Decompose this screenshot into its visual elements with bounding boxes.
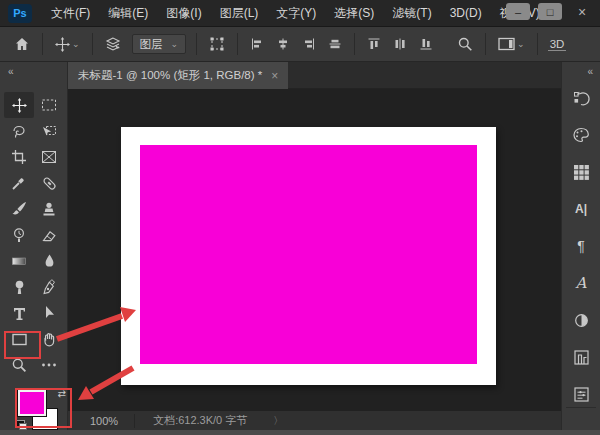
chevron-down-icon: ⌄ bbox=[517, 39, 525, 49]
align-left-icon[interactable] bbox=[244, 27, 270, 61]
eyedropper-tool[interactable] bbox=[4, 170, 34, 196]
expand-panels-icon[interactable]: « bbox=[562, 62, 600, 79]
align-right-icon[interactable] bbox=[296, 27, 322, 61]
home-icon[interactable] bbox=[8, 27, 36, 61]
menu-edit[interactable]: 编辑(E) bbox=[99, 0, 157, 27]
window-bottom-edge bbox=[0, 430, 600, 435]
path-selection-tool[interactable] bbox=[34, 300, 64, 326]
distribute-top-icon[interactable] bbox=[361, 27, 387, 61]
marquee-tool[interactable] bbox=[34, 92, 64, 118]
close-tab-icon[interactable]: × bbox=[271, 69, 278, 83]
spot-healing-tool[interactable] bbox=[34, 170, 64, 196]
character-panel-icon[interactable]: A| bbox=[570, 198, 592, 220]
annotation-box-foreground-color bbox=[15, 388, 72, 428]
zoom-level-field[interactable]: 100% bbox=[68, 415, 128, 427]
toolbar-panel: « bbox=[0, 62, 68, 430]
history-brush-tool[interactable] bbox=[4, 222, 34, 248]
clone-stamp-tool[interactable] bbox=[34, 196, 64, 222]
menu-filter[interactable]: 滤镜(T) bbox=[383, 0, 440, 27]
lasso-tool[interactable] bbox=[4, 118, 34, 144]
crop-tool[interactable] bbox=[4, 144, 34, 170]
menu-select[interactable]: 选择(S) bbox=[325, 0, 383, 27]
eraser-tool[interactable] bbox=[34, 222, 64, 248]
distribute-bottom-icon[interactable] bbox=[413, 27, 439, 61]
window-controls: – □ × bbox=[506, 3, 594, 20]
document-tab[interactable]: 未标题-1 @ 100% (矩形 1, RGB/8) * × bbox=[68, 62, 288, 89]
frame-tool[interactable] bbox=[34, 144, 64, 170]
menu-type[interactable]: 文字(Y) bbox=[267, 0, 325, 27]
annotation-box-rectangle-tool bbox=[4, 331, 41, 359]
transform-controls-icon[interactable] bbox=[203, 27, 231, 61]
minimize-button[interactable]: – bbox=[506, 3, 530, 20]
libraries-panel-icon[interactable] bbox=[570, 346, 592, 368]
magenta-rectangle-shape[interactable] bbox=[140, 145, 477, 364]
brush-tool[interactable] bbox=[4, 196, 34, 222]
align-center-icon[interactable] bbox=[270, 27, 296, 61]
align-middle-icon[interactable] bbox=[322, 27, 348, 61]
pen-tool[interactable] bbox=[34, 274, 64, 300]
menu-3d[interactable]: 3D(D) bbox=[441, 0, 491, 27]
layers-stack-icon bbox=[99, 27, 128, 61]
swatches-panel-icon[interactable] bbox=[570, 161, 592, 183]
properties-panel-icon[interactable] bbox=[570, 383, 592, 405]
distribute-center-icon[interactable] bbox=[387, 27, 413, 61]
search-icon[interactable] bbox=[451, 27, 479, 61]
title-bar: Ps 文件(F) 编辑(E) 图像(I) 图层(L) 文字(Y) 选择(S) 滤… bbox=[0, 0, 600, 27]
adjustments-panel-icon[interactable] bbox=[570, 309, 592, 331]
status-bar: 100% 文档:612.3K/0 字节 〉 bbox=[68, 411, 561, 430]
menu-file[interactable]: 文件(F) bbox=[42, 0, 99, 27]
dodge-tool[interactable] bbox=[4, 274, 34, 300]
object-selection-tool[interactable] bbox=[34, 118, 64, 144]
chevron-down-icon: ⌄ bbox=[171, 39, 179, 49]
photoshop-logo-icon: Ps bbox=[8, 4, 32, 23]
gradient-tool[interactable] bbox=[4, 248, 34, 274]
layer-select-value: 图层 bbox=[140, 37, 163, 52]
right-panel-rail: « A| ¶ A bbox=[561, 62, 600, 430]
workspace-icon[interactable]: ⌄ bbox=[492, 27, 531, 61]
color-panel-icon[interactable] bbox=[570, 124, 592, 146]
document-size-info: 文档:612.3K/0 字节 bbox=[141, 413, 259, 428]
move-tool-option-icon[interactable]: ⌄ bbox=[49, 27, 86, 61]
maximize-button[interactable]: □ bbox=[538, 3, 562, 20]
history-panel-icon[interactable] bbox=[570, 87, 592, 109]
collapse-tools-icon[interactable]: « bbox=[0, 62, 67, 77]
status-chevron-icon[interactable]: 〉 bbox=[273, 414, 283, 428]
document-tab-strip: 未标题-1 @ 100% (矩形 1, RGB/8) * × bbox=[68, 62, 561, 89]
menu-image[interactable]: 图像(I) bbox=[157, 0, 210, 27]
menu-bar: 文件(F) 编辑(E) 图像(I) 图层(L) 文字(Y) 选择(S) 滤镜(T… bbox=[42, 0, 549, 26]
workspace-3d-button[interactable]: 3D bbox=[548, 38, 567, 51]
photoshop-window: Ps 文件(F) 编辑(E) 图像(I) 图层(L) 文字(Y) 选择(S) 滤… bbox=[0, 0, 600, 435]
menu-layer[interactable]: 图层(L) bbox=[211, 0, 268, 27]
document-tab-title: 未标题-1 @ 100% (矩形 1, RGB/8) * bbox=[78, 68, 262, 83]
glyphs-panel-icon[interactable]: A bbox=[570, 272, 592, 294]
move-tool[interactable] bbox=[4, 92, 34, 118]
options-bar: ⌄ 图层 ⌄ bbox=[0, 27, 600, 62]
chevron-down-icon: ⌄ bbox=[72, 39, 80, 49]
blur-tool[interactable] bbox=[34, 248, 64, 274]
close-button[interactable]: × bbox=[570, 3, 594, 20]
layer-type-select[interactable]: 图层 ⌄ bbox=[132, 34, 187, 54]
type-tool[interactable] bbox=[4, 300, 34, 326]
paragraph-panel-icon[interactable]: ¶ bbox=[570, 235, 592, 257]
